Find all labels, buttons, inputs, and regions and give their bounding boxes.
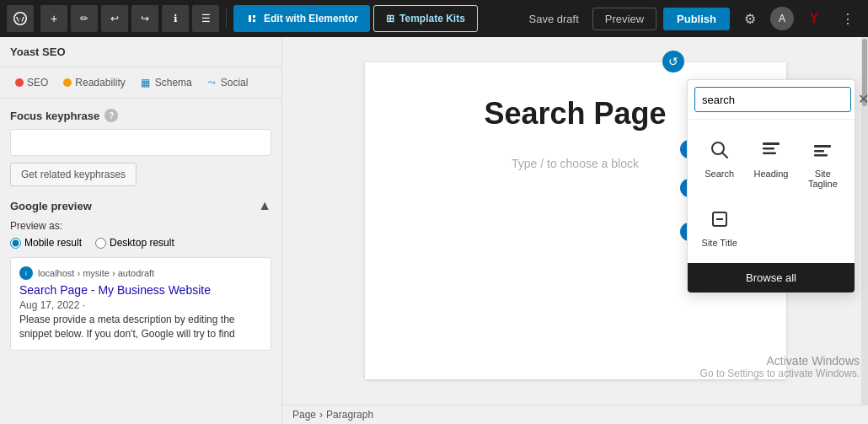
user-avatar-button[interactable]: A [770, 7, 794, 30]
preview-button[interactable]: Preview [592, 8, 656, 30]
edit-pen-button[interactable]: ✏ [71, 5, 98, 32]
wordpress-logo[interactable] [7, 5, 34, 32]
inserter-block-search[interactable]: Search [694, 128, 744, 196]
main-layout: Yoast SEO SEO Readability ▦ Schema ⤳ Soc… [0, 37, 868, 424]
breadcrumb-separator: › [319, 409, 323, 421]
google-preview-collapse-button[interactable]: ▲ [258, 198, 271, 213]
add-block-button[interactable]: + [40, 5, 67, 32]
inserter-block-heading[interactable]: Heading [746, 128, 796, 196]
google-preview-header: Google preview ▲ [10, 198, 271, 213]
svg-rect-7 [763, 153, 776, 155]
mobile-result-radio[interactable] [10, 238, 21, 249]
browse-all-button[interactable]: Browse all [688, 263, 855, 293]
editor-canvas: Search Page Type / to choose a block 1 →… [282, 37, 868, 405]
info-button[interactable]: ℹ [162, 5, 189, 32]
desktop-result-radio[interactable] [95, 238, 106, 249]
google-preview-card: l localhost › mysite › autodraft Search … [10, 257, 271, 351]
inserter-blocks-grid: Search Heading [688, 120, 855, 263]
main-toolbar: + ✏ ↩ ↪ ℹ ☰ Edit with Elementor ⊞ Templa… [0, 0, 868, 37]
editor-area: Search Page Type / to choose a block 1 →… [282, 37, 868, 424]
google-preview-title: Google preview [10, 200, 92, 212]
readability-tab-label: Readability [75, 77, 125, 89]
tab-readability[interactable]: Readability [58, 74, 130, 91]
desktop-result-option[interactable]: Desktop result [95, 237, 174, 249]
svg-rect-6 [763, 148, 774, 150]
google-preview-section: Google preview ▲ Preview as: Mobile resu… [10, 198, 271, 351]
svg-rect-0 [249, 15, 251, 22]
focus-keyphrase-input[interactable] [10, 129, 271, 156]
save-draft-label: Save draft [529, 13, 579, 25]
elementor-icon [245, 12, 259, 25]
svg-rect-8 [814, 145, 831, 148]
seo-dot-icon [15, 78, 24, 87]
activate-windows-notice: Activate Windows Go to Settings to activ… [700, 354, 860, 379]
save-draft-button[interactable]: Save draft [522, 9, 586, 29]
svg-rect-2 [253, 19, 255, 22]
site-title-block-label: Site Title [702, 238, 737, 248]
toolbar-right-actions: Save draft Preview Publish ⚙ A Y ⋮ [522, 5, 861, 32]
inserter-block-site-tagline[interactable]: Site Tagline [798, 128, 848, 196]
tab-schema[interactable]: ▦ Schema [136, 74, 197, 91]
activate-windows-title: Activate Windows [700, 354, 860, 368]
breadcrumb-page[interactable]: Page [292, 409, 316, 421]
svg-rect-1 [253, 15, 255, 18]
inserter-clear-button[interactable]: ✕ [856, 91, 868, 108]
social-share-icon: ⤳ [207, 77, 216, 89]
svg-rect-10 [814, 154, 828, 157]
preview-site-url: localhost › mysite › autodraft [38, 268, 154, 278]
edit-with-elementor-button[interactable]: Edit with Elementor [233, 5, 370, 32]
activate-windows-subtitle: Go to Settings to activate Windows. [700, 368, 860, 379]
focus-keyphrase-info-icon[interactable]: ? [104, 109, 118, 122]
readability-dot-icon [63, 78, 72, 87]
inserter-block-site-title[interactable]: Site Title [694, 197, 744, 255]
inserter-search-row: ✕ [688, 80, 855, 120]
preview-description: Please provide a meta description by edi… [19, 313, 262, 341]
inserter-search-input[interactable] [694, 87, 851, 112]
editor-breadcrumb: Page › Paragraph [282, 405, 868, 424]
mobile-result-option[interactable]: Mobile result [10, 237, 82, 249]
seo-tab-label: SEO [27, 77, 48, 89]
search-block-icon [705, 135, 735, 165]
preview-site-row: l localhost › mysite › autodraft [19, 266, 262, 280]
yoast-panel: Yoast SEO SEO Readability ▦ Schema ⤳ Soc… [0, 37, 282, 424]
tab-seo[interactable]: SEO [10, 74, 53, 91]
schema-tab-label: Schema [155, 77, 192, 89]
preview-label: Preview [605, 13, 644, 25]
yoast-content-area: Focus keyphrase ? Get related keyphrases… [0, 99, 281, 361]
preview-radio-group: Mobile result Desktop result [10, 237, 271, 249]
publish-button[interactable]: Publish [663, 8, 730, 30]
svg-rect-9 [814, 150, 824, 153]
toolbar-separator [226, 8, 227, 29]
desktop-result-label: Desktop result [110, 237, 174, 249]
search-block-label: Search [705, 169, 734, 179]
settings-gear-button[interactable]: ⚙ [737, 5, 764, 32]
block-inserter-popup: ✕ Search [687, 79, 855, 293]
focus-keyphrase-label: Focus keyphrase [10, 110, 99, 122]
publish-label: Publish [677, 13, 716, 25]
yoast-tabs: SEO Readability ▦ Schema ⤳ Social [0, 67, 281, 99]
more-options-button[interactable]: ⋮ [834, 5, 861, 32]
yoast-header: Yoast SEO [0, 37, 281, 67]
template-kits-icon: ⊞ [386, 13, 394, 24]
site-tagline-block-label: Site Tagline [801, 169, 844, 189]
site-tagline-block-icon [807, 135, 838, 165]
get-related-keyphrases-label: Get related keyphrases [21, 169, 126, 180]
preview-as-label: Preview as: [10, 220, 271, 232]
heading-block-label: Heading [754, 169, 789, 179]
preview-page-title[interactable]: Search Page - My Business Website [19, 283, 262, 297]
redo-button[interactable]: ↪ [131, 5, 158, 32]
breadcrumb-paragraph[interactable]: Paragraph [326, 409, 373, 421]
mobile-result-label: Mobile result [24, 237, 82, 249]
yoast-icon-button[interactable]: Y [801, 5, 828, 32]
tab-social[interactable]: ⤳ Social [202, 74, 254, 91]
preview-date: Aug 17, 2022 · [19, 299, 262, 311]
canvas-circle-add-button[interactable]: ↺ [662, 51, 684, 72]
undo-button[interactable]: ↩ [101, 5, 128, 32]
svg-line-4 [722, 153, 727, 158]
more-tools-button[interactable]: ☰ [192, 5, 219, 32]
preview-favicon-icon: l [19, 266, 33, 280]
heading-block-icon [756, 135, 786, 165]
elementor-button-label: Edit with Elementor [264, 13, 358, 24]
get-related-keyphrases-button[interactable]: Get related keyphrases [10, 163, 137, 186]
template-kits-button[interactable]: ⊞ Template Kits [373, 5, 478, 32]
